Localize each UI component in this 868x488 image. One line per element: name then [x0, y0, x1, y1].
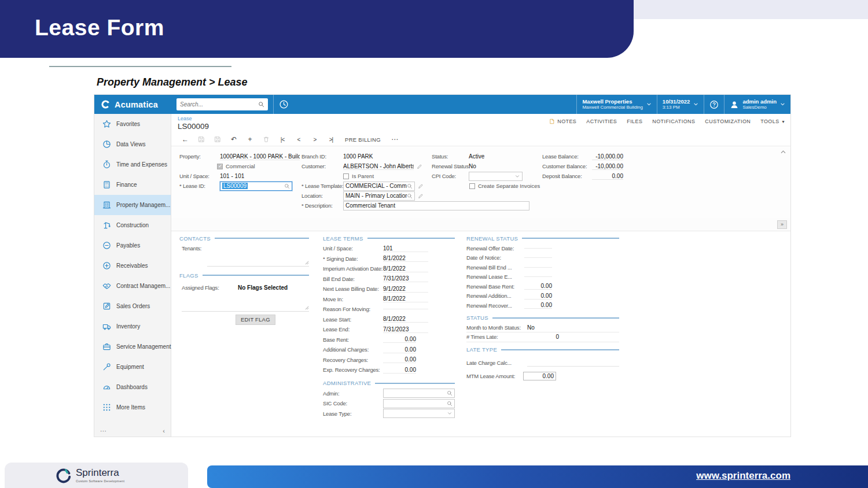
field-value[interactable]: 0.00 [524, 293, 552, 300]
business-date-button[interactable] [274, 99, 293, 109]
collapse-sidebar-icon[interactable]: ‹ [163, 427, 165, 434]
search-input[interactable] [180, 101, 258, 108]
property-value[interactable]: 1000PARK - 1000 PARK - Buildir [220, 153, 300, 160]
sidebar-item[interactable]: Data Views [94, 134, 171, 154]
save-close-button[interactable] [209, 136, 226, 143]
resize-handle-icon[interactable] [305, 261, 309, 265]
header-link[interactable]: TOOLS [760, 119, 785, 124]
is-parent-checkbox[interactable] [343, 173, 349, 179]
sidebar-item[interactable]: Dashboards [94, 377, 171, 397]
branch-value[interactable]: 1000 PARK [343, 153, 373, 160]
header-link[interactable]: NOTIFICATIONS [652, 119, 695, 124]
acumatica-logo[interactable]: Acumatica [94, 99, 176, 109]
field-value[interactable] [383, 309, 428, 309]
commercial-checkbox[interactable] [217, 164, 223, 169]
next-record-button[interactable]: > [307, 136, 323, 143]
location-input[interactable]: MAIN - Primary Location [343, 191, 415, 201]
header-link[interactable]: FILES [627, 119, 642, 124]
help-button[interactable] [704, 95, 724, 114]
search-icon[interactable] [258, 101, 264, 108]
sidebar-item[interactable]: Favorites [94, 114, 171, 134]
lease-id-input[interactable]: LS00009 [220, 182, 292, 191]
save-button[interactable] [193, 136, 209, 143]
edit-pencil-icon[interactable] [418, 193, 424, 199]
sidebar-item[interactable]: Inventory [94, 316, 171, 337]
add-new-button[interactable]: + [242, 135, 258, 143]
previous-record-button[interactable]: < [290, 136, 307, 143]
last-record-button[interactable]: >| [323, 136, 339, 143]
field-value[interactable]: 8/1/2022 [383, 316, 428, 323]
field-value[interactable]: 101 [383, 245, 428, 252]
sidebar-item[interactable]: Service Management [94, 337, 171, 357]
field-input[interactable] [383, 399, 455, 408]
field-value[interactable]: 0.00 [383, 367, 416, 374]
field-value[interactable]: 0.00 [383, 346, 416, 353]
cpi-code-dropdown[interactable] [469, 172, 523, 181]
footer-url[interactable]: www.sprinterra.com [696, 470, 790, 482]
back-button[interactable]: ← [177, 135, 193, 143]
resize-handle-icon[interactable] [305, 306, 309, 310]
lease-template-input[interactable]: COMMERCIAL - Commercial [343, 182, 415, 191]
company-selector[interactable]: Maxwell Properties Maxwell Commercial Bu… [576, 95, 656, 114]
sidebar-item[interactable]: Property Managem... [94, 195, 171, 215]
first-record-button[interactable]: |< [274, 136, 290, 143]
sidebar-item[interactable]: Payables [94, 235, 171, 256]
late-charge-calc-value[interactable] [527, 360, 619, 367]
header-link[interactable]: NOTES [549, 119, 576, 124]
header-link[interactable]: CUSTOMIZATION [705, 119, 751, 124]
field-value[interactable] [524, 257, 552, 258]
field-input[interactable] [383, 409, 455, 418]
scroll-up-icon[interactable] [780, 149, 786, 155]
field-value[interactable]: 0.00 [383, 356, 416, 363]
field-value[interactable]: 8/1/2022 [383, 255, 428, 262]
field-value[interactable]: 9/1/2022 [383, 286, 428, 293]
field-value[interactable]: 0.00 [524, 283, 552, 290]
field-value[interactable]: 8/1/2022 [383, 295, 428, 302]
edit-pencil-icon[interactable] [418, 183, 424, 189]
sidebar-item[interactable]: Time and Expenses [94, 154, 171, 175]
control-icon[interactable] [447, 401, 453, 406]
sidebar-item[interactable]: More Items [94, 397, 171, 417]
field-input[interactable] [383, 389, 455, 398]
lookup-icon[interactable] [284, 183, 290, 189]
edit-pencil-icon[interactable] [417, 164, 422, 169]
control-icon[interactable] [447, 390, 453, 396]
unit-space-value[interactable]: 101 - 101 [220, 173, 244, 179]
lookup-icon[interactable] [407, 183, 413, 189]
sidebar-item[interactable]: Construction [94, 215, 171, 235]
business-date-selector[interactable]: 10/31/2022 3:13 PM [657, 95, 704, 114]
record-module-label[interactable]: Lease [178, 116, 192, 121]
pre-billing-button[interactable]: PRE BILLING [345, 136, 381, 143]
sidebar-item[interactable]: Equipment [94, 357, 171, 377]
header-link[interactable]: ACTIVITIES [586, 119, 617, 124]
tenants-textarea[interactable] [207, 253, 309, 267]
description-input[interactable]: Commercial Tenant [343, 201, 529, 210]
field-value[interactable]: 7/31/2023 [383, 326, 428, 333]
mtm-lease-amount-input[interactable]: 0.00 [523, 372, 556, 380]
sidebar-item[interactable]: Sales Orders [94, 296, 171, 316]
field-value[interactable]: 8/1/2022 [383, 265, 428, 272]
field-value[interactable]: 7/31/2023 [383, 275, 428, 282]
more-actions-button[interactable]: ⋯ [387, 135, 403, 143]
sidebar-item[interactable]: Finance [94, 175, 171, 195]
customer-value[interactable]: ALBERTSON - John Albertson [343, 163, 414, 170]
global-search[interactable] [176, 98, 268, 110]
field-value[interactable]: 0.00 [383, 336, 416, 343]
field-value[interactable] [524, 267, 552, 268]
lookup-icon[interactable] [407, 193, 413, 199]
caret-down-icon[interactable] [514, 173, 520, 179]
flags-textarea[interactable] [182, 292, 309, 312]
field-value[interactable] [524, 248, 552, 249]
delete-button[interactable] [258, 136, 274, 143]
undo-button[interactable]: ↶ [226, 135, 242, 143]
user-menu[interactable]: admin admin SalesDemo [724, 95, 790, 114]
control-icon[interactable] [447, 411, 453, 416]
more-options-icon[interactable]: ⋯ [100, 427, 106, 435]
sidebar-item[interactable]: Receivables [94, 256, 171, 276]
field-value[interactable]: 0.00 [524, 302, 552, 309]
sidebar-item[interactable]: Contract Managem... [94, 276, 171, 296]
create-separate-invoices-checkbox[interactable] [469, 183, 475, 189]
tab-overflow-button[interactable]: » [777, 220, 787, 229]
field-value[interactable] [524, 276, 552, 277]
edit-flag-button[interactable]: EDIT FLAG [236, 315, 275, 325]
